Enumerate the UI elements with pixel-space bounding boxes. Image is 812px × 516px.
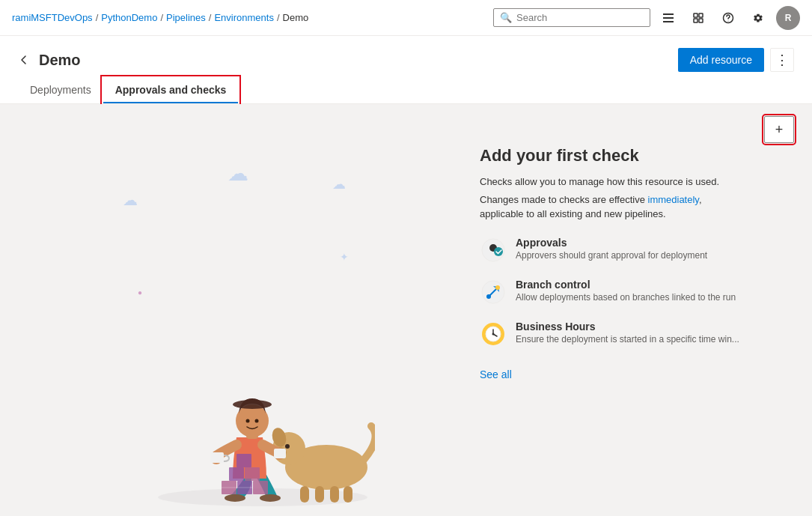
branch-control-title: Branch control [516, 279, 736, 291]
cloud-icon-3: ☁ [332, 176, 346, 192]
small-deco-1: ✦ [340, 251, 349, 263]
more-options-button[interactable]: ⋮ [770, 48, 794, 72]
help-icon[interactable] [716, 6, 740, 30]
check-item-branch-control: Branch control Allow deployments based o… [480, 279, 794, 306]
immediately-link[interactable]: immediately [648, 194, 699, 205]
search-icon: 🔍 [500, 12, 512, 23]
tab-deployments[interactable]: Deployments [18, 78, 103, 103]
check-item-approvals: Approvals Approvers should grant approva… [480, 237, 794, 264]
search-input[interactable] [516, 12, 644, 23]
svg-rect-25 [274, 449, 286, 458]
see-all-link[interactable]: See all [480, 368, 512, 380]
illustration [106, 288, 375, 512]
check-item-business-hours: Business Hours Ensure the deployment is … [480, 321, 794, 347]
tasks-icon[interactable] [656, 6, 680, 30]
tab-approvals-and-checks[interactable]: Approvals and checks [103, 78, 239, 103]
page-header: Demo Add resource ⋮ Deployments Approval… [0, 36, 812, 104]
breadcrumb-demo: Demo [283, 12, 309, 23]
breadcrumb-pythondemo[interactable]: PythonDemo [101, 12, 157, 23]
svg-point-45 [495, 285, 500, 290]
business-hours-icon [480, 321, 507, 347]
svg-point-21 [260, 494, 281, 502]
svg-rect-1 [663, 17, 674, 19]
top-navigation: ramiMSFTDevOps / PythonDemo / Pipelines … [0, 0, 812, 36]
branch-control-icon [480, 279, 507, 306]
search-box[interactable]: 🔍 [493, 8, 650, 27]
svg-point-8 [728, 20, 729, 21]
empty-state-desc2: Changes made to checks are effective imm… [480, 192, 794, 222]
approvals-title: Approvals [516, 237, 707, 249]
svg-rect-2 [663, 21, 674, 22]
business-hours-desc: Ensure the deployment is started in a sp… [516, 334, 739, 344]
right-content: Add your first check Checks allow you to… [480, 116, 794, 512]
extensions-icon[interactable] [686, 6, 710, 30]
svg-rect-34 [229, 467, 244, 481]
breadcrumb-pipelines[interactable]: Pipelines [166, 12, 206, 23]
svg-point-27 [236, 404, 269, 437]
illustration-area: ☁ ☁ ☁ ✦ ● [18, 116, 462, 512]
svg-rect-3 [694, 13, 697, 17]
add-check-button-container: + [764, 116, 794, 143]
add-check-button[interactable]: + [764, 116, 794, 143]
svg-rect-6 [699, 19, 703, 22]
main-content: + ☁ ☁ ☁ ✦ ● [0, 104, 812, 516]
svg-rect-19 [344, 486, 352, 503]
approvals-desc: Approvers should grant approval for depl… [516, 250, 707, 261]
svg-rect-5 [694, 19, 697, 22]
tabs: Deployments Approvals and checks [18, 78, 794, 103]
desc2-before: Changes made to checks are effective [480, 194, 648, 205]
page-title: Demo [39, 52, 81, 69]
business-hours-text: Business Hours Ensure the deployment is … [516, 321, 739, 344]
svg-point-29 [245, 419, 249, 423]
svg-point-28 [233, 400, 272, 409]
svg-point-44 [486, 294, 491, 299]
svg-rect-0 [663, 13, 674, 15]
add-resource-button[interactable]: Add resource [678, 48, 764, 72]
svg-rect-24 [210, 452, 224, 463]
settings-icon[interactable] [746, 6, 770, 30]
more-icon: ⋮ [775, 52, 789, 68]
approvals-text: Approvals Approvers should grant approva… [516, 237, 707, 261]
empty-state-title: Add your first check [480, 146, 794, 166]
breadcrumb: ramiMSFTDevOps / PythonDemo / Pipelines … [12, 12, 493, 23]
breadcrumb-ramims[interactable]: ramiMSFTDevOps [12, 12, 93, 23]
cloud-icon-2: ☁ [123, 191, 138, 209]
svg-rect-35 [245, 467, 260, 481]
back-button[interactable] [18, 54, 30, 66]
nav-right: 🔍 R [493, 6, 800, 30]
svg-rect-18 [330, 486, 339, 503]
business-hours-title: Business Hours [516, 321, 739, 333]
svg-rect-4 [699, 13, 703, 17]
svg-point-20 [225, 494, 245, 502]
branch-control-text: Branch control Allow deployments based o… [516, 279, 736, 303]
svg-point-14 [285, 444, 290, 449]
breadcrumb-environments[interactable]: Environments [214, 12, 273, 23]
user-avatar[interactable]: R [776, 6, 800, 30]
svg-rect-17 [315, 486, 324, 503]
svg-rect-16 [300, 486, 309, 503]
cloud-icon-1: ☁ [228, 161, 248, 186]
svg-rect-33 [253, 481, 268, 494]
small-deco-2: ● [138, 288, 142, 297]
svg-rect-36 [236, 454, 251, 467]
svg-point-41 [494, 247, 503, 256]
branch-control-desc: Allow deployments based on branches link… [516, 292, 736, 303]
empty-state-desc1: Checks allow you to manage how this reso… [480, 174, 794, 189]
svg-point-50 [492, 333, 495, 335]
approvals-icon [480, 237, 507, 264]
svg-point-30 [254, 419, 258, 423]
